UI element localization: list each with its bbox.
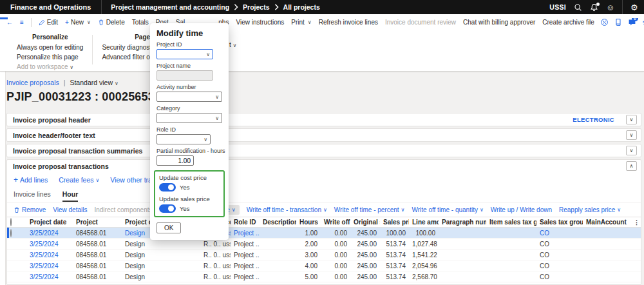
view-details-button[interactable]: View details [53,206,87,213]
table-row[interactable]: 3/25/2024 084568.01 Design R.. 0.. ussi … [7,260,641,271]
edit-button[interactable]: Edit [39,19,58,26]
table-row[interactable]: 3/25/2024 084568.01 Design R.. 0.. ussi … [7,228,641,239]
write-off-time-quantity-button[interactable]: Write off time - quantity∨ [412,206,483,213]
role-id-input[interactable] [157,135,210,144]
project-id-input[interactable] [157,50,213,59]
settings-gear-icon[interactable]: ⚙ [630,3,639,12]
hamburger-icon: ≡ [20,19,24,26]
personalize-this-page-button[interactable]: Personalize this page [17,52,79,62]
breadcrumb-area[interactable]: Projects [243,3,269,11]
grid-header-row: Project date Project Project category Ac… [7,217,641,228]
section-header-row[interactable]: Invoice proposal header ELECTRONIC ∨ [7,113,641,126]
breadcrumb-module[interactable]: Project management and accounting [111,3,229,11]
view-selector[interactable]: Standard view ∨ [70,79,118,86]
modify-time-dialog: Modify time Project ID ∨ Project name Ac… [150,23,229,240]
chevron-right-icon [274,4,279,10]
section-header-row[interactable]: Invoice header/footer text ∨ [7,129,641,141]
row-selector[interactable] [7,228,26,239]
row-selector[interactable] [7,271,26,282]
app-name[interactable]: Finance and Operations [0,0,101,14]
create-archive-file-button[interactable]: Create archive file [542,19,594,26]
new-button[interactable]: +New∨ [65,19,91,26]
category-input[interactable] [157,113,222,123]
delete-button[interactable]: Delete [98,19,125,26]
environment-label[interactable]: USSI [549,3,566,11]
column-header[interactable]: Item sales tax group [486,217,536,228]
column-header[interactable]: Paragraph number [439,217,486,228]
write-off-time-transaction-button[interactable]: Write off time - transaction∨ [247,206,327,213]
tab-hour[interactable]: Hour [62,190,79,202]
project-id-field: Project ID ∨ [156,41,222,59]
row-selector[interactable] [7,250,26,260]
ok-button[interactable]: OK [156,222,181,233]
feedback-smiley-icon[interactable]: ☺ [606,3,614,12]
search-icon[interactable] [574,3,582,12]
column-header[interactable]: Description [260,217,296,228]
table-row[interactable]: 3/25/2024 084568.01 Design R.. 0.. ussi … [7,239,641,250]
partial-modification-hours-box[interactable] [156,155,194,166]
select-all-column[interactable] [7,217,26,228]
role-id-combo[interactable]: ∨ [156,134,211,144]
row-selector[interactable] [7,239,26,250]
breadcrumb-page[interactable]: All projects [283,3,320,11]
totals-button[interactable]: Totals [132,19,149,26]
expand-section-button[interactable]: ∨ [626,130,637,140]
table-row[interactable]: 3/25/2024 084568.01 Design R.. 0.. ussi … [7,250,641,260]
chevron-down-icon[interactable]: ∨ [204,137,207,142]
chevron-down-icon[interactable]: ∨ [215,94,219,100]
project-id-combo[interactable]: ∨ [156,49,213,59]
chat-with-billing-approver-button[interactable]: Chat with billing approver [463,19,535,26]
add-to-workspace-button: Add to workspace ∨ [17,62,73,72]
expand-section-button[interactable]: ∨ [626,115,637,124]
column-header[interactable]: Project [73,217,122,228]
update-sales-price-toggle[interactable] [159,204,176,213]
chevron-down-icon[interactable]: ∨ [206,52,210,57]
chat-icon[interactable]: 0 [628,18,636,26]
back-button[interactable]: ← [6,19,13,26]
write-off-time-percent-button[interactable]: Write off time - percent∨ [334,206,405,213]
trash-icon [14,206,20,213]
remove-button[interactable]: Remove [14,206,46,213]
expand-section-button[interactable]: ∨ [626,146,637,155]
toggle-value: Yes [180,184,190,191]
print-button[interactable]: Print∨ [291,19,311,26]
column-header[interactable]: MainAccount [583,217,630,228]
chevron-down-icon: ∨ [233,43,237,48]
book-icon[interactable] [614,18,622,26]
category-combo[interactable]: ∨ [156,113,222,123]
column-header[interactable]: Line amount [409,217,439,228]
dialog-title: Modify time [156,28,222,38]
create-fees-button[interactable]: Create fees∨ [59,176,99,184]
collapse-section-button[interactable]: ∧ [626,161,637,171]
section-header-row[interactable]: Invoice proposal transaction summaries ∨ [7,144,641,157]
column-header[interactable]: Project date [26,217,73,228]
tab-invoice-lines[interactable]: Invoice lines [14,190,51,202]
partial-modification-hours-input[interactable] [157,156,193,165]
refresh-invoice-lines-button[interactable]: Refresh invoice lines [319,19,378,26]
grid-toolbar: Remove View details Indirect components … [7,202,641,217]
chevron-down-icon[interactable]: ∨ [215,115,219,121]
reapply-sales-price-button[interactable]: Reapply sales price∨ [559,206,621,213]
table-row[interactable]: 3/25/2024 084568.01 Design R.. 0.. ussi … [7,271,641,282]
activity-number-combo[interactable]: ∨ [156,92,222,102]
column-header[interactable]: Hours [296,217,321,228]
add-lines-button[interactable]: +Add lines [14,176,48,184]
column-header[interactable]: Sales price [380,217,409,228]
dismiss-circle-icon[interactable] [600,18,609,26]
alerts-bell-icon[interactable] [590,3,598,12]
column-header[interactable]: Sales tax group [536,217,583,228]
row-selector[interactable] [7,260,26,271]
section-header-row[interactable]: Invoice proposal transactions ∧ [7,160,641,172]
column-options-icon[interactable]: ⋮ [630,217,641,228]
column-header[interactable]: Original sa... [350,217,380,228]
highlighted-toggle-group: Update cost price Yes Update sales price… [154,170,225,217]
invoice-proposals-link[interactable]: Invoice proposals [6,79,59,86]
always-open-for-editing-button[interactable]: Always open for editing [17,43,83,52]
view-instructions-button[interactable]: View instructions [236,19,284,26]
expand-action-pane-button[interactable]: ≡ [20,19,24,26]
update-cost-price-toggle[interactable] [159,183,176,192]
activity-number-input[interactable] [157,92,222,101]
write-up-write-down-button[interactable]: Write up / Write down [491,206,552,213]
column-header[interactable]: Role ID [231,217,260,228]
column-header[interactable]: Write off h... [321,217,350,228]
